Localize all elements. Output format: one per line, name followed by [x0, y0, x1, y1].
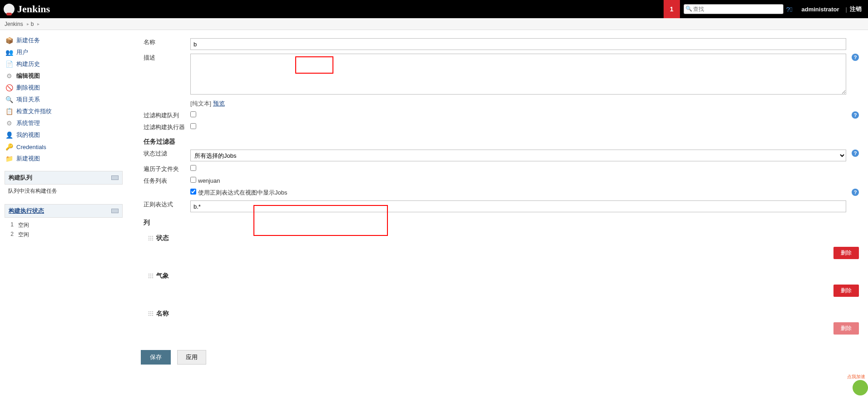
executor-row: 1空闲 — [8, 220, 119, 230]
logout-link[interactable]: 注销 — [850, 5, 862, 13]
chevron-right-icon: ▸ — [37, 21, 40, 26]
sidebar-tasks: 📦新建任务 👥用户 📄构建历史 ⚙编辑视图 🚫删除视图 🔍项目关系 📋检查文件指… — [5, 35, 127, 165]
collapse-icon[interactable] — [111, 209, 119, 213]
delete-button[interactable]: 删除 — [833, 322, 859, 335]
drag-handle-icon[interactable] — [148, 235, 154, 241]
key-icon: 🔑 — [5, 142, 14, 151]
breadcrumb-root[interactable]: Jenkins — [5, 21, 23, 27]
search-icon: 🔍 — [685, 5, 692, 12]
save-button[interactable]: 保存 — [141, 350, 171, 365]
sidebar-item-new-view[interactable]: 📁新建视图 — [5, 153, 127, 165]
regex-input[interactable] — [190, 200, 846, 212]
build-queue-body: 队列中没有构建任务 — [5, 185, 123, 198]
help-icon[interactable]: ? — [852, 54, 859, 61]
help-icon[interactable]: ?⃝ — [786, 5, 793, 13]
drag-handle-icon[interactable] — [148, 273, 154, 279]
side-panel: 📦新建任务 👥用户 📄构建历史 ⚙编辑视图 🚫删除视图 🔍项目关系 📋检查文件指… — [0, 30, 127, 400]
sidebar-item-my-views[interactable]: 👤我的视图 — [5, 129, 127, 141]
status-filter-select[interactable]: 所有选择的Jobs — [190, 150, 846, 161]
jenkins-head-icon — [4, 4, 15, 15]
sidebar-item-edit-view[interactable]: ⚙编辑视图 — [5, 70, 127, 82]
filter-queue-label: 过滤构建队列 — [141, 110, 188, 121]
user-link[interactable]: administrator — [802, 6, 839, 13]
separator: | — [846, 6, 847, 13]
sidebar-item-new-job[interactable]: 📦新建任务 — [5, 35, 127, 46]
build-queue-title: 构建队列 — [9, 174, 32, 182]
jobs-label: 任务列表 — [141, 175, 188, 187]
bottom-button-bar: 保存 应用 — [141, 345, 862, 369]
search-icon: 🔍 — [5, 95, 14, 104]
use-regex-checkbox[interactable] — [190, 189, 196, 195]
executor-body: 1空闲 2空闲 — [5, 218, 123, 242]
brand-text: Jenkins — [17, 3, 50, 15]
chevron-right-icon: ▸ — [27, 21, 29, 26]
job-label-wenjuan: wenjuan — [198, 177, 220, 184]
column-item-name: 名称 — [144, 306, 859, 320]
filter-executors-checkbox[interactable] — [190, 123, 196, 129]
notification-badge[interactable]: 1 — [664, 0, 680, 18]
search-input[interactable] — [684, 4, 784, 14]
help-icon[interactable]: ? — [852, 189, 859, 196]
filter-queue-checkbox[interactable] — [190, 111, 196, 117]
fingerprint-icon: 📋 — [5, 107, 14, 116]
new-icon: 📦 — [5, 36, 14, 45]
sidebar-item-build-history[interactable]: 📄构建历史 — [5, 58, 127, 70]
delete-button[interactable]: 删除 — [833, 247, 859, 259]
regex-label: 正则表达式 — [141, 199, 188, 214]
accelerator-badge-icon[interactable] — [853, 380, 868, 395]
sidebar-item-manage[interactable]: ⚙系统管理 — [5, 117, 127, 129]
build-queue-pane: 构建队列 队列中没有构建任务 — [5, 171, 123, 198]
jenkins-logo[interactable]: Jenkins — [4, 3, 50, 15]
apply-button[interactable]: 应用 — [177, 350, 206, 365]
sidebar-item-delete-view[interactable]: 🚫删除视图 — [5, 82, 127, 94]
recurse-checkbox[interactable] — [190, 165, 196, 171]
breadcrumb: Jenkins ▸ b ▸ — [0, 18, 868, 30]
collapse-icon[interactable] — [111, 175, 119, 180]
top-header: Jenkins 1 🔍 ?⃝ administrator | 注销 — [0, 0, 868, 18]
name-input[interactable] — [190, 38, 846, 50]
column-item-status: 状态 — [144, 230, 859, 244]
gear-icon: ⚙ — [5, 71, 14, 80]
executor-pane: 构建执行状态 1空闲 2空闲 — [5, 204, 123, 242]
columns-section-header: 列 — [141, 214, 862, 229]
help-icon[interactable]: ? — [852, 111, 859, 119]
gear-icon: ⚙ — [5, 119, 14, 128]
config-form: 名称 描述 ? [纯文本] 预览 过滤构建队列 ? 过滤构建执行器 — [141, 36, 862, 345]
executor-row: 2空闲 — [8, 230, 119, 240]
preview-link[interactable]: 预览 — [213, 100, 225, 107]
executor-header: 构建执行状态 — [5, 204, 123, 218]
job-checkbox-wenjuan[interactable] — [190, 177, 196, 183]
delete-button[interactable]: 删除 — [833, 285, 859, 297]
main-panel: 名称 描述 ? [纯文本] 预览 过滤构建队列 ? 过滤构建执行器 — [127, 30, 868, 400]
recurse-label: 遍历子文件夹 — [141, 163, 188, 175]
drag-handle-icon[interactable] — [148, 311, 154, 316]
sidebar-item-relationship[interactable]: 🔍项目关系 — [5, 94, 127, 105]
executor-title[interactable]: 构建执行状态 — [9, 207, 44, 215]
filter-executors-label: 过滤构建执行器 — [141, 121, 188, 133]
jobfilter-section-header: 任务过滤器 — [141, 133, 862, 148]
use-regex-label: 使用正则表达式在视图中显示Jobs — [198, 189, 287, 196]
name-label: 名称 — [141, 36, 188, 52]
column-item-weather: 气象 — [144, 268, 859, 282]
sidebar-item-credentials[interactable]: 🔑Credentials — [5, 141, 127, 153]
search-box: 🔍 — [684, 4, 784, 14]
help-icon[interactable]: ? — [852, 150, 859, 157]
folder-icon: 📁 — [5, 154, 14, 163]
description-textarea[interactable] — [190, 54, 846, 95]
breadcrumb-current[interactable]: b — [31, 21, 34, 27]
user-icon: 👤 — [5, 130, 14, 140]
status-filter-label: 状态过滤 — [141, 148, 188, 163]
description-label: 描述 — [141, 52, 188, 98]
sidebar-item-users[interactable]: 👥用户 — [5, 46, 127, 58]
history-icon: 📄 — [5, 60, 14, 69]
description-format-hint: [纯文本] 预览 — [188, 98, 849, 110]
build-queue-header: 构建队列 — [5, 171, 123, 185]
sidebar-item-fingerprint[interactable]: 📋检查文件指纹 — [5, 105, 127, 117]
delete-icon: 🚫 — [5, 83, 14, 92]
user-icon: 👥 — [5, 48, 14, 57]
